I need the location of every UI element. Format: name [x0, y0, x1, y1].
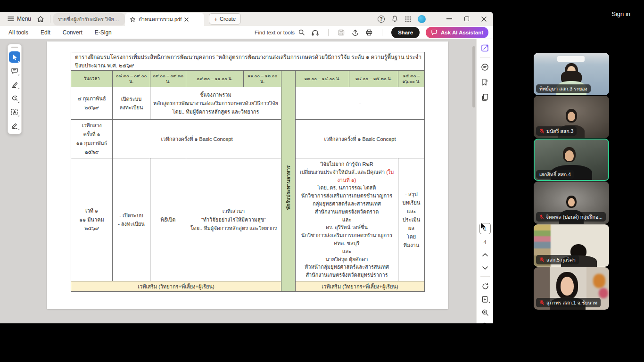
highlight-tool-button[interactable] — [9, 79, 20, 90]
table-title: ตารางฝึกอบรมโครงการเพิ่มประสิทธิภาพการพั… — [71, 52, 425, 71]
select-tool-button[interactable] — [9, 51, 20, 63]
add-text-tool-button[interactable] — [9, 106, 20, 117]
notifications-bell-icon[interactable] — [391, 15, 398, 23]
fit-page-icon — [481, 296, 488, 303]
row1-date-cell: ๔ กุมภาพันธ์ ๒๕๖๙ — [71, 87, 113, 120]
tab-active-pdf[interactable]: กำหนดการรวม.pdf — [125, 13, 204, 26]
draw-tool-button[interactable] — [9, 92, 20, 104]
vertical-scrollbar[interactable] — [472, 46, 475, 107]
home-button[interactable] — [34, 14, 47, 25]
find-text-button[interactable]: Find text or tools — [255, 29, 305, 36]
freeform-draw-icon — [11, 95, 18, 101]
header-slot-7: ๑๕.๓๐ – ๑๖.๐๐ น. — [398, 71, 425, 87]
row3-summary-cell: - สรุป บทเรียน และ ประเมินผล โดย ทีมงาน — [398, 158, 425, 281]
acrobat-window: Menu รายชื่อผู้เข้ารับสมัคร วิจัยระดับ 1… — [0, 12, 493, 323]
participant-name: มนัสวี สสก.3 — [546, 129, 573, 134]
page-thumbnails-button[interactable] — [479, 91, 491, 103]
speaker-line-text: เปลี่ยนงานประจำให้มันส์..และมีคุณค่า — [300, 169, 386, 175]
header-slot-2: ๐๙.๐๐ – ๐๙.๓๐ น. — [150, 71, 186, 87]
participant-figure — [563, 147, 576, 162]
sign-in-button[interactable]: Sign in — [607, 7, 635, 20]
tab-label: กำหนดการรวม.pdf — [139, 15, 182, 24]
help-glyph: ? — [380, 16, 382, 22]
video-tile-active-speaker[interactable]: เสกสิทธิ์ สสก.4 — [534, 139, 609, 181]
row3-cell: เวทีเสวนา “ทำวิจัยอย่างไรให้มีความสุข” โ… — [186, 158, 281, 281]
sign-in-label: Sign in — [611, 10, 630, 17]
help-icon[interactable]: ? — [378, 16, 385, 23]
zoom-in-icon — [481, 309, 489, 316]
fit-page-button[interactable] — [480, 296, 490, 303]
video-tile[interactable]: สุภาพร สสก.1 จ.ชัยนาท — [534, 267, 609, 310]
ai-assistant-panel-button[interactable] — [479, 42, 491, 54]
row3-date-cell: เวที ๑ ๑๑ มีนาคม ๒๕๖๙ — [71, 158, 113, 281]
rotate-page-button[interactable] — [480, 282, 490, 290]
page-navigation: 1 4 — [477, 223, 493, 323]
header-slot-5: ๑๓.๐๐ – ๑๔.๐๐ น. — [296, 71, 349, 87]
bookmarks-panel-button[interactable] — [479, 76, 491, 88]
video-tile[interactable]: จิตตพล (ปอนด์) กลุ่มฝึกอ... — [534, 181, 609, 224]
divider — [382, 29, 382, 36]
minimize-icon — [446, 18, 452, 19]
row2-cell: เวทีกลางครั้งที่ ๑ Basic Concept — [113, 120, 281, 158]
divider — [328, 29, 329, 36]
header-slot-1: ๐๘.๓๐ – ๐๙.๐๐ น. — [113, 71, 150, 87]
participant-name: จิตตพล (ปอนด์) กลุ่มฝึกอ... — [546, 214, 603, 220]
mouse-cursor — [480, 222, 487, 231]
plus-icon: + — [214, 16, 218, 23]
air-conditioner — [557, 56, 585, 62]
menu-button[interactable]: Menu — [5, 14, 34, 24]
toolbar: All tools Edit Convert E-Sign Find text … — [0, 26, 493, 39]
previous-page-button[interactable] — [480, 251, 490, 258]
ask-ai-assistant-button[interactable]: Ask AI Assistant — [426, 27, 488, 38]
comment-tool-button[interactable] — [9, 65, 20, 76]
home-icon — [37, 16, 44, 23]
all-tools-button[interactable]: All tools — [8, 29, 28, 36]
text-box-icon — [11, 108, 18, 115]
schedule-table: ตารางฝึกอบรมโครงการเพิ่มประสิทธิภาพการพั… — [71, 52, 425, 292]
video-tile[interactable]: สสก.5 กุลริศา — [534, 224, 609, 267]
comments-panel-button[interactable] — [479, 61, 491, 73]
tab-inactive-pdf[interactable]: รายชื่อผู้เข้ารับสมัคร วิจัยระดับ 1.pdf — [53, 13, 125, 25]
comments-circle-icon — [481, 63, 489, 71]
participant-name-badge: ทิพย์อุษา สสก.3 ระยอง — [536, 84, 591, 93]
participant-name: ทิพย์อุษา สสก.3 ระยอง — [539, 86, 587, 91]
cursor-arrow-icon — [12, 54, 18, 60]
print-icon[interactable] — [365, 29, 373, 36]
chevron-down-icon — [482, 266, 488, 270]
edit-button[interactable]: Edit — [41, 29, 50, 36]
apps-grid-icon[interactable] — [405, 16, 411, 22]
row3-speakers-cell: วิจัยไม่ยาก ถ้ารู้จัก R๒R เปลี่ยนงานประจ… — [296, 158, 398, 281]
user-avatar[interactable] — [418, 15, 426, 23]
title-bar: Menu รายชื่อผู้เข้ารับสมัคร วิจัยระดับ 1… — [0, 12, 493, 26]
palette-drag-handle[interactable] — [11, 47, 18, 48]
create-button[interactable]: + Create — [209, 13, 241, 25]
ai-chat-sparkle-icon — [431, 29, 438, 36]
convert-button[interactable]: Convert — [63, 29, 83, 36]
video-tile[interactable]: มนัสวี สสก.3 — [534, 96, 609, 138]
participant-figure — [566, 109, 577, 123]
zoom-out-button[interactable] — [480, 322, 490, 323]
close-tab-icon[interactable] — [184, 17, 189, 22]
close-window-button[interactable] — [479, 16, 489, 23]
zoom-out-icon — [481, 322, 489, 323]
ask-ai-label: Ask AI Assistant — [441, 30, 483, 35]
maximize-icon — [464, 16, 469, 21]
video-tile[interactable]: ทิพย์อุษา สสก.3 ระยอง — [534, 53, 609, 95]
share-button[interactable]: Share — [391, 27, 420, 38]
quick-tools-palette — [8, 44, 22, 134]
row3-cell: - เปิดระบบ - ลงทะเบียน — [113, 158, 150, 281]
zoom-in-button[interactable] — [480, 309, 490, 316]
read-aloud-icon[interactable] — [311, 29, 319, 36]
maximize-button[interactable] — [462, 15, 472, 23]
rotate-clockwise-icon — [481, 282, 489, 290]
row1-cell: ชี้แจงภาพรวม หลักสูตรการพัฒนางานส่งเสริม… — [150, 87, 281, 120]
divider — [480, 276, 490, 277]
lunch-break-label: พักรับประทานอาหาร — [285, 165, 292, 210]
esign-button[interactable]: E-Sign — [95, 29, 112, 36]
next-page-button[interactable] — [480, 264, 490, 272]
minimize-button[interactable] — [444, 16, 455, 22]
fill-sign-tool-button[interactable] — [9, 120, 20, 131]
upload-share-icon[interactable] — [351, 29, 359, 36]
participant-name: เสกสิทธิ์ สสก.4 — [539, 172, 571, 177]
save-icon — [338, 29, 345, 36]
